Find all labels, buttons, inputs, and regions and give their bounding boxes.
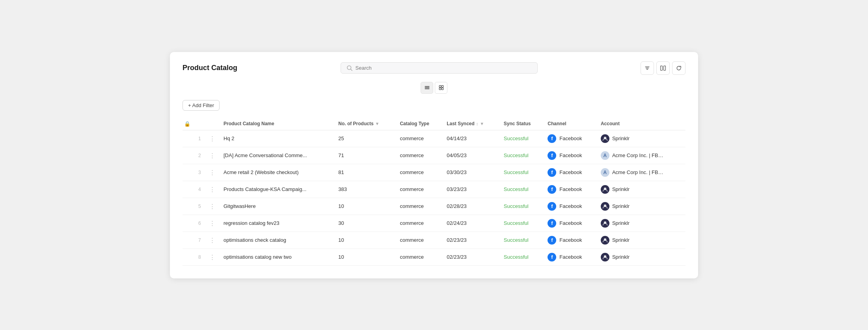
th-account: Account	[597, 118, 685, 130]
facebook-icon: f	[548, 253, 556, 261]
row-number: 3	[194, 164, 205, 181]
svg-rect-9	[439, 88, 441, 90]
table-row: 7⋮optimisations check catalog10commerce0…	[183, 232, 685, 248]
th-syncstatus: Sync Status	[500, 118, 544, 130]
dots-icon: ⋮	[209, 135, 216, 142]
facebook-icon: f	[548, 202, 556, 211]
row-products-count: 10	[334, 198, 396, 215]
row-sync-status: Successful	[500, 164, 544, 181]
sync-success-badge: Successful	[504, 203, 529, 209]
th-name: Product Catalog Name	[220, 118, 334, 130]
row-channel: fFacebook	[544, 215, 597, 232]
acme-avatar: A	[601, 151, 609, 160]
row-sync-status: Successful	[500, 181, 544, 198]
channel-label: Facebook	[559, 220, 582, 226]
row-channel: fFacebook	[544, 181, 597, 198]
row-catalog-name: Products Catalogue-KSA Campaig...	[220, 181, 334, 198]
row-lock-cell	[183, 130, 194, 147]
row-products-count: 25	[334, 130, 396, 147]
row-catalog-name: [DA] Acme Conversational Comme...	[220, 147, 334, 164]
th-products[interactable]: No. of Products ▼	[334, 118, 396, 130]
row-actions-menu[interactable]: ⋮	[205, 248, 220, 265]
svg-rect-3	[664, 66, 666, 70]
dots-icon: ⋮	[209, 220, 216, 226]
facebook-icon: f	[548, 134, 556, 143]
row-channel: fFacebook	[544, 232, 597, 248]
sprinklr-avatar	[601, 134, 609, 143]
sprinklr-avatar	[601, 185, 609, 194]
row-catalog-type: commerce	[396, 215, 443, 232]
row-channel: fFacebook	[544, 147, 597, 164]
row-actions-menu[interactable]: ⋮	[205, 164, 220, 181]
product-catalog-table: 🔒 Product Catalog Name No. of Products ▼	[183, 118, 685, 266]
sprinklr-avatar	[601, 253, 609, 261]
row-lock-cell	[183, 215, 194, 232]
row-actions-menu[interactable]: ⋮	[205, 232, 220, 248]
refresh-icon	[676, 65, 682, 71]
grid-view-button[interactable]	[435, 82, 447, 94]
dots-icon: ⋮	[209, 169, 216, 176]
account-label: Sprinklr	[612, 203, 630, 209]
row-catalog-type: commerce	[396, 164, 443, 181]
row-actions-menu[interactable]: ⋮	[205, 130, 220, 147]
dots-icon: ⋮	[209, 186, 216, 193]
row-last-synced: 03/23/23	[443, 181, 500, 198]
row-catalog-type: commerce	[396, 181, 443, 198]
th-lastsynced[interactable]: Last Synced ↕ ▼	[443, 118, 500, 130]
row-last-synced: 02/28/23	[443, 198, 500, 215]
header-row: Product Catalog	[183, 61, 685, 75]
channel-label: Facebook	[559, 254, 582, 260]
sprinklr-avatar	[601, 219, 609, 228]
refresh-button[interactable]	[672, 61, 685, 75]
row-lock-cell	[183, 181, 194, 198]
table-row: 6⋮regression catalog fev2330commerce02/2…	[183, 215, 685, 232]
sync-success-badge: Successful	[504, 237, 529, 243]
row-actions-menu[interactable]: ⋮	[205, 198, 220, 215]
row-number: 5	[194, 198, 205, 215]
row-last-synced: 02/23/23	[443, 232, 500, 248]
row-catalog-type: commerce	[396, 248, 443, 265]
row-sync-status: Successful	[500, 130, 544, 147]
account-label: Acme Corp Inc. | FB Busin...	[612, 169, 663, 175]
search-bar	[341, 62, 538, 74]
row-actions-menu[interactable]: ⋮	[205, 181, 220, 198]
account-label: Sprinklr	[612, 186, 630, 192]
view-toggle	[183, 82, 685, 94]
row-sync-status: Successful	[500, 198, 544, 215]
row-actions-menu[interactable]: ⋮	[205, 147, 220, 164]
table-row: 1⋮Hq 225commerce04/14/23SuccessfulfFaceb…	[183, 130, 685, 147]
sync-success-badge: Successful	[504, 152, 529, 158]
list-view-button[interactable]	[421, 82, 433, 94]
row-lock-cell	[183, 198, 194, 215]
row-products-count: 10	[334, 248, 396, 265]
row-lock-cell	[183, 232, 194, 248]
row-catalog-name: optimisations check catalog	[220, 232, 334, 248]
acme-avatar: A	[601, 168, 609, 177]
add-filter-button[interactable]: + Add Filter	[183, 100, 220, 111]
list-view-icon	[424, 85, 430, 91]
row-products-count: 10	[334, 232, 396, 248]
sort-lastsynced-dir-icon: ▼	[480, 121, 484, 126]
row-last-synced: 02/24/23	[443, 215, 500, 232]
row-account: Sprinklr	[597, 130, 685, 147]
row-number: 2	[194, 147, 205, 164]
svg-rect-2	[661, 66, 663, 70]
row-actions-menu[interactable]: ⋮	[205, 215, 220, 232]
account-label: Sprinklr	[612, 237, 630, 243]
table-row: 2⋮[DA] Acme Conversational Comme...71com…	[183, 147, 685, 164]
th-type: Catalog Type	[396, 118, 443, 130]
row-last-synced: 04/14/23	[443, 130, 500, 147]
row-sync-status: Successful	[500, 248, 544, 265]
facebook-icon: f	[548, 151, 556, 160]
row-lock-cell	[183, 248, 194, 265]
sort-button[interactable]	[641, 61, 654, 75]
sort-products-icon: ▼	[375, 121, 380, 126]
channel-label: Facebook	[559, 135, 582, 141]
search-input[interactable]	[356, 65, 532, 71]
row-catalog-type: commerce	[396, 232, 443, 248]
row-catalog-type: commerce	[396, 198, 443, 215]
row-number: 8	[194, 248, 205, 265]
row-channel: fFacebook	[544, 198, 597, 215]
row-products-count: 71	[334, 147, 396, 164]
columns-button[interactable]	[656, 61, 670, 75]
